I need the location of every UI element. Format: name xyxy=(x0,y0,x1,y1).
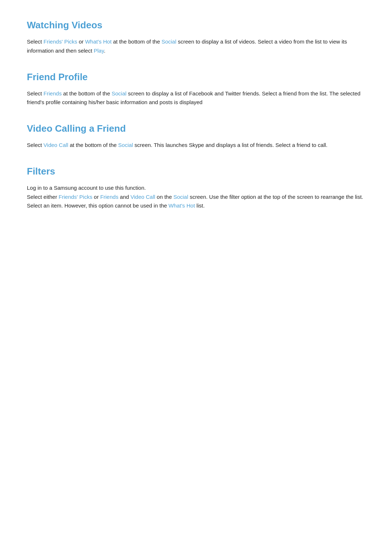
highlight-text: Social xyxy=(162,38,176,45)
highlight-text: What's Hot xyxy=(168,202,195,209)
section-title-friend-profile: Friend Profile xyxy=(27,70,365,84)
highlight-text: Video Call xyxy=(44,142,68,148)
highlight-text: Friends' Picks xyxy=(59,194,93,200)
section-title-video-calling: Video Calling a Friend xyxy=(27,122,365,136)
highlight-text: Social xyxy=(173,194,188,200)
section-paragraph-filters-0: Log in to a Samsung account to use this … xyxy=(27,184,365,193)
section-title-watching-videos: Watching Videos xyxy=(27,18,365,32)
section-paragraph-video-calling-0: Select Video Call at the bottom of the S… xyxy=(27,141,365,150)
highlight-text: Video Call xyxy=(131,194,155,200)
section-paragraph-watching-videos-0: Select Friends' Picks or What's Hot at t… xyxy=(27,37,365,56)
main-content: Watching VideosSelect Friends' Picks or … xyxy=(27,18,365,210)
highlight-text: Friends xyxy=(100,194,118,200)
highlight-text: Social xyxy=(118,142,133,148)
highlight-text: What's Hot xyxy=(85,38,111,45)
section-watching-videos: Watching VideosSelect Friends' Picks or … xyxy=(27,18,365,56)
section-title-filters: Filters xyxy=(27,164,365,178)
section-paragraph-filters-1: Select either Friends' Picks or Friends … xyxy=(27,193,365,211)
highlight-text: Social xyxy=(111,90,126,97)
section-filters: FiltersLog in to a Samsung account to us… xyxy=(27,164,365,210)
highlight-text: Friends' Picks xyxy=(44,38,77,45)
section-paragraph-friend-profile-0: Select Friends at the bottom of the Soci… xyxy=(27,89,365,107)
highlight-text: Friends xyxy=(44,90,62,97)
highlight-text: Play xyxy=(94,48,104,54)
section-friend-profile: Friend ProfileSelect Friends at the bott… xyxy=(27,70,365,107)
section-video-calling: Video Calling a FriendSelect Video Call … xyxy=(27,122,365,150)
